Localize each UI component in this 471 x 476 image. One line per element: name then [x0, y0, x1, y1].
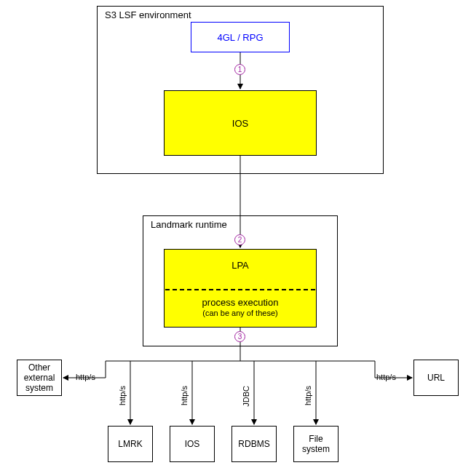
url-box: URL	[413, 360, 459, 396]
lpa-label: LPA	[165, 260, 316, 271]
file-box: File system	[293, 426, 339, 462]
step-1-circle: 1	[234, 64, 245, 75]
ios-bottom-label: IOS	[185, 439, 200, 449]
other-label: Other external system	[17, 362, 61, 393]
rdbms-label: RDBMS	[238, 439, 269, 449]
other-external-box: Other external system	[17, 360, 62, 396]
rpg-label: 4GL / RPG	[217, 32, 263, 43]
rpg-box: 4GL / RPG	[191, 22, 290, 52]
s3-title: S3 LSF environment	[105, 9, 191, 20]
step-1: 1	[238, 66, 242, 74]
lpa-sub1: process execution	[164, 297, 317, 308]
step-2: 2	[238, 236, 242, 244]
lmrk-label: LMRK	[118, 439, 142, 449]
proto-http-right: http/s	[376, 373, 396, 381]
proto-jdbc: JDBC	[242, 386, 250, 407]
ios-top-box: IOS	[164, 90, 317, 156]
proto-http-left: http/s	[76, 373, 95, 381]
step-3: 3	[238, 333, 242, 341]
landmark-title: Landmark runtime	[151, 219, 227, 230]
ios-top-label: IOS	[232, 118, 248, 129]
lpa-divider	[165, 289, 315, 290]
ios-bottom-box: IOS	[170, 426, 215, 462]
proto-http-ios: http/s	[180, 386, 189, 405]
step-3-circle: 3	[234, 331, 245, 342]
lpa-sub2: (can be any of these)	[164, 309, 317, 317]
rdbms-box: RDBMS	[231, 426, 277, 462]
lmrk-box: LMRK	[108, 426, 153, 462]
step-2-circle: 2	[234, 234, 245, 245]
file-label: File system	[294, 434, 338, 454]
proto-http-lmrk: http/s	[118, 386, 127, 405]
proto-http-file: http/s	[304, 386, 312, 405]
url-label: URL	[427, 373, 445, 383]
